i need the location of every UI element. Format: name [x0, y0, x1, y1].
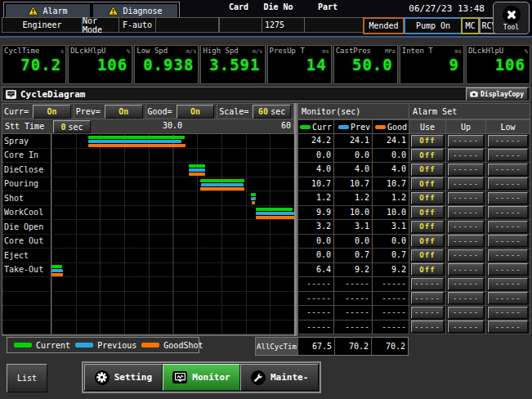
up-button[interactable]: -----	[448, 192, 484, 204]
up-button[interactable]: -----	[448, 177, 484, 190]
up-column-header: Up	[446, 119, 486, 134]
alarm-button[interactable]: Alarm	[5, 3, 91, 18]
cell-up: -----	[446, 249, 486, 263]
low-button[interactable]: -----	[488, 307, 528, 319]
cell-low: -----	[486, 277, 530, 292]
up-button[interactable]: -----	[448, 235, 484, 247]
control-button-curr[interactable]: On	[33, 105, 71, 119]
tool-icon	[503, 6, 521, 24]
low-button[interactable]: -----	[488, 192, 528, 204]
chart-row-empty-11	[2, 292, 294, 307]
chart-row-empty-12	[2, 306, 294, 321]
up-button[interactable]: -----	[448, 135, 484, 147]
low-button[interactable]: -----	[488, 321, 528, 333]
low-button[interactable]: -----	[488, 263, 528, 276]
use-button[interactable]: Off	[411, 192, 445, 204]
up-button[interactable]: -----	[448, 263, 484, 276]
use-button[interactable]: -----	[411, 307, 445, 319]
cell-good: -----	[373, 321, 409, 335]
use-button[interactable]: Off	[411, 263, 445, 276]
use-button[interactable]: Off	[411, 249, 445, 262]
die-no-label: Die No	[258, 2, 298, 11]
cell-up: -----	[446, 235, 486, 249]
gauge-header: CastPresMPa	[334, 46, 397, 55]
control-button-good[interactable]: On	[177, 105, 215, 119]
tool-button-label: Tool	[503, 24, 519, 31]
low-button[interactable]: -----	[488, 221, 528, 233]
low-button[interactable]: -----	[488, 249, 528, 262]
mainte-button[interactable]: Mainte-	[240, 364, 319, 391]
bar-prev	[88, 140, 182, 143]
use-button[interactable]: -----	[411, 278, 445, 290]
bar-good	[256, 216, 294, 219]
low-button[interactable]: -----	[488, 177, 528, 190]
mode-field-nor-mode[interactable]: Nor Mode	[83, 17, 119, 33]
mode-field-f-auto[interactable]: F-auto	[119, 17, 156, 33]
use-button[interactable]: -----	[411, 321, 445, 333]
cell-use: Off	[409, 191, 446, 206]
use-button[interactable]: Off	[411, 135, 445, 147]
control-button-prev[interactable]: On	[105, 105, 143, 119]
cycle-diagram-icon	[6, 90, 16, 99]
use-button[interactable]: Off	[411, 149, 445, 161]
die-no-field[interactable]: 1275	[262, 17, 305, 33]
use-button[interactable]: Off	[411, 221, 445, 233]
gauge-value: 3.591	[201, 55, 264, 74]
axis-end-label: 60	[281, 121, 291, 130]
up-button[interactable]: -----	[448, 221, 484, 233]
low-button[interactable]: -----	[488, 235, 528, 247]
gear-icon	[95, 370, 110, 385]
bar-prev	[256, 212, 294, 215]
chart-row-core-out: Core Out	[2, 235, 294, 249]
use-button[interactable]: Off	[411, 177, 445, 190]
mode-field-empty[interactable]	[156, 17, 219, 33]
chart-row-plot	[51, 306, 294, 321]
card-field[interactable]	[219, 17, 262, 33]
gauge-value: 0.938	[135, 55, 198, 74]
monitor-button[interactable]: Monitor	[163, 364, 241, 391]
cell-low: -----	[486, 191, 530, 206]
cell-low: -----	[486, 235, 530, 249]
all-cycle-curr: 67.5	[297, 338, 334, 355]
up-button[interactable]: -----	[448, 206, 484, 218]
use-button[interactable]: Off	[411, 206, 445, 218]
up-button[interactable]: -----	[448, 278, 484, 290]
card-inputs: 1275	[219, 17, 366, 33]
cell-good: 0.0	[373, 149, 409, 164]
use-button[interactable]: Off	[411, 235, 445, 247]
bar-good	[200, 187, 244, 191]
up-button[interactable]: -----	[448, 249, 484, 262]
gauge-unit: m/s	[186, 48, 197, 55]
cell-up: -----	[446, 163, 486, 177]
list-button[interactable]: List	[7, 364, 47, 392]
up-button[interactable]: -----	[448, 321, 484, 333]
part-field[interactable]	[305, 17, 366, 33]
up-button[interactable]: -----	[448, 307, 484, 319]
low-button[interactable]: -----	[488, 206, 528, 218]
display-copy-button[interactable]: DisplayCopy	[466, 87, 528, 101]
gauge-header: CyclTimes	[2, 46, 65, 55]
low-button[interactable]: -----	[488, 149, 528, 161]
low-button[interactable]: -----	[488, 164, 528, 176]
chart-row-plot	[51, 206, 294, 221]
use-button[interactable]: -----	[411, 292, 445, 304]
low-button[interactable]: -----	[488, 135, 528, 147]
chart-row-label: WorkCool	[2, 206, 51, 221]
control-button-scale[interactable]: 60sec	[253, 105, 291, 119]
cell-up: -----	[446, 277, 486, 292]
tool-button[interactable]: Tool	[493, 2, 530, 34]
up-button[interactable]: -----	[448, 292, 484, 304]
chart-row-core-in: Core In	[2, 149, 294, 164]
mode-field-engineer[interactable]: Engineer	[2, 17, 83, 33]
up-button[interactable]: -----	[448, 164, 484, 176]
setting-button-label: Setting	[114, 372, 152, 383]
use-button[interactable]: Off	[411, 164, 445, 176]
legend-current: Current	[14, 341, 70, 350]
low-button[interactable]: -----	[488, 278, 528, 290]
low-button[interactable]: -----	[488, 292, 528, 304]
setting-button[interactable]: Setting	[84, 364, 163, 391]
up-button[interactable]: -----	[448, 149, 484, 161]
status-badge-mc: MC	[461, 17, 480, 34]
cell-good: -----	[373, 277, 409, 292]
all-cycle-time-label: AllCycTim	[256, 338, 297, 355]
